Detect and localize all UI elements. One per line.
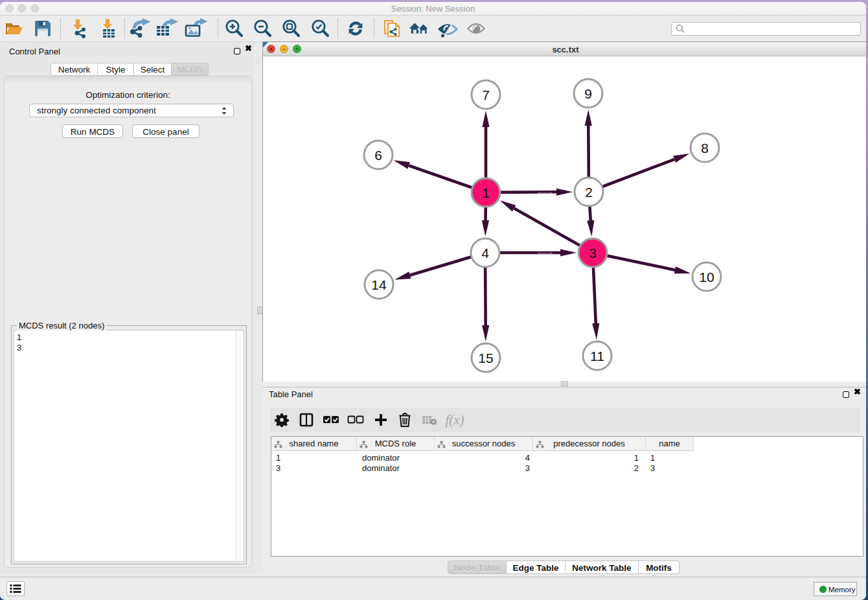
svg-text:interacts with: interacts with [538, 191, 553, 194]
svg-text:9: 9 [584, 86, 592, 101]
svg-text:3: 3 [589, 246, 597, 260]
svg-text:11: 11 [590, 349, 604, 363]
svg-text:14: 14 [371, 277, 387, 292]
svg-text:interacts with: interacts with [538, 251, 553, 255]
svg-text:7: 7 [482, 87, 490, 102]
svg-text:6: 6 [374, 148, 382, 163]
svg-text:10: 10 [699, 270, 714, 284]
svg-text:2: 2 [585, 185, 593, 200]
svg-text:8: 8 [701, 141, 709, 156]
svg-text:15: 15 [478, 351, 493, 365]
svg-text:4: 4 [481, 246, 489, 260]
svg-text:1: 1 [482, 185, 490, 200]
